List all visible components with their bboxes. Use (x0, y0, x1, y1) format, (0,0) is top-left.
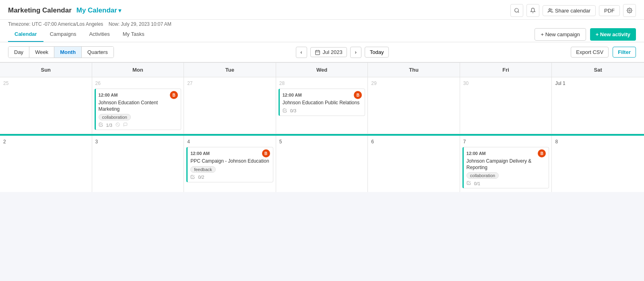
next-icon: › (355, 50, 357, 55)
nav-tabs: Calendar Campaigns Activities My Tasks +… (0, 27, 644, 42)
today-label: Today (370, 49, 384, 55)
tab-campaigns[interactable]: Campaigns (43, 27, 83, 42)
timezone-text: Timezone: UTC -07:00 America/Los Angeles (8, 21, 103, 27)
week-2-container: 2 3 4 12:00 AM B PPC Campaign - Johnson … (0, 134, 644, 192)
month-view-button[interactable]: Month (54, 47, 82, 58)
day-number: 2 (0, 138, 92, 146)
share-calendar-label: Share calendar (555, 8, 590, 14)
bell-icon (530, 8, 536, 13)
task-check-icon (466, 181, 471, 186)
dropdown-indicator[interactable]: ▾ (118, 7, 121, 14)
new-activity-label: + New activity (596, 31, 630, 37)
day-jul1: Jul 1 (552, 77, 644, 134)
current-month-display: Jul 2023 (310, 47, 347, 57)
calendar-grid: Sun Mon Tue Wed Thu Fri Sat 25 26 12:00 … (0, 62, 644, 192)
svg-point-3 (629, 10, 630, 11)
week-label: Week (35, 49, 48, 55)
day-25: 25 (0, 77, 92, 134)
day-5: 5 (276, 136, 368, 192)
event-title: Johnson Campaign Delivery & Reporting (466, 158, 546, 171)
avatar: B (354, 91, 362, 99)
day-view-button[interactable]: Day (8, 47, 29, 58)
calendar-header: Sun Mon Tue Wed Thu Fri Sat (0, 63, 644, 77)
view-switcher: Day Week Month Quarters (8, 46, 114, 58)
svg-point-0 (515, 8, 518, 12)
prev-icon: ‹ (301, 50, 302, 55)
share-icon (548, 8, 553, 13)
month-year-label: Jul 2023 (323, 49, 343, 55)
event-time-text: 12:00 AM (466, 151, 486, 156)
subtitle-bar: Timezone: UTC -07:00 America/Los Angeles… (0, 20, 644, 27)
event-card[interactable]: 12:00 AM B Johnson Campaign Delivery & R… (462, 147, 549, 188)
event-tag: collaboration (99, 114, 131, 120)
header-fri: Fri (460, 63, 552, 77)
settings-button[interactable] (623, 4, 636, 17)
quarters-label: Quarters (87, 49, 108, 55)
event-card[interactable]: 12:00 AM B Johnson Education Public Rela… (279, 89, 365, 116)
month-nav: ‹ Jul 2023 › Today (296, 47, 389, 58)
header-tue: Tue (184, 63, 276, 77)
svg-line-9 (116, 123, 119, 126)
new-campaign-button[interactable]: + New campaign (535, 28, 586, 41)
week-1: 25 26 12:00 AM B Johnson Education Conte… (0, 77, 644, 134)
day-number: 27 (184, 80, 276, 88)
event-time: 12:00 AM B (283, 91, 362, 99)
event-title: PPC Campaign - Johnson Education (190, 158, 270, 165)
day-label: Day (14, 49, 23, 55)
bell-button[interactable] (526, 4, 539, 17)
event-footer: 0/2 (190, 175, 270, 180)
search-icon (514, 8, 520, 13)
day-2: 2 (0, 136, 92, 192)
header-sat: Sat (552, 63, 644, 77)
event-card[interactable]: 12:00 AM B PPC Campaign - Johnson Educat… (186, 147, 273, 182)
day-27: 27 (184, 77, 276, 134)
event-time-text: 12:00 AM (99, 93, 118, 97)
quarters-view-button[interactable]: Quarters (82, 47, 114, 58)
day-number: 8 (552, 138, 644, 146)
day-6: 6 (368, 136, 460, 192)
tab-calendar[interactable]: Calendar (8, 27, 43, 42)
today-button[interactable]: Today (365, 47, 389, 58)
task-count: 0/1 (474, 181, 480, 186)
filter-button[interactable]: Filter (613, 47, 636, 58)
day-number: 25 (0, 80, 92, 88)
event-footer: 0/1 (466, 181, 546, 186)
task-count: 0/3 (290, 108, 296, 113)
calendar-icon (315, 50, 320, 55)
now-text: Now: July 29, 2023 10:07 AM (109, 21, 171, 27)
toolbar-right: Export CSV Filter (571, 47, 636, 58)
prev-month-button[interactable]: ‹ (296, 47, 307, 58)
event-time-text: 12:00 AM (283, 93, 302, 97)
app-title: Marketing Calendar (8, 6, 72, 14)
month-label: Month (60, 49, 76, 55)
event-tag: feedback (190, 166, 216, 173)
day-8: 8 (552, 136, 644, 192)
task-check-icon (99, 122, 103, 128)
header-thu: Thu (368, 63, 460, 77)
day-number: 3 (92, 138, 184, 146)
chat-icon (123, 122, 128, 128)
avatar: B (538, 149, 546, 157)
day-number: 5 (276, 138, 368, 146)
share-calendar-button[interactable]: Share calendar (543, 5, 596, 16)
day-number: 28 (276, 80, 368, 88)
export-csv-button[interactable]: Export CSV (571, 47, 609, 58)
pdf-button[interactable]: PDF (599, 5, 620, 16)
header-wed: Wed (276, 63, 368, 77)
event-time-text: 12:00 AM (190, 151, 210, 156)
day-number: 29 (368, 80, 460, 88)
next-month-button[interactable]: › (350, 47, 361, 58)
new-activity-button[interactable]: + New activity (590, 28, 636, 41)
week-view-button[interactable]: Week (29, 47, 54, 58)
event-footer: 0/3 (283, 108, 362, 114)
top-bar-right: Share calendar PDF (510, 4, 636, 17)
tab-activities[interactable]: Activities (83, 27, 116, 42)
svg-point-2 (549, 8, 551, 10)
top-bar: Marketing Calendar My Calendar ▾ Share c… (0, 0, 644, 20)
day-number: 30 (460, 80, 552, 88)
tab-my-tasks[interactable]: My Tasks (116, 27, 151, 42)
event-card[interactable]: 12:00 AM B Johnson Education Content Mar… (95, 89, 182, 130)
svg-rect-4 (315, 50, 320, 54)
day-28: 28 12:00 AM B Johnson Education Public R… (276, 77, 368, 134)
search-button[interactable] (510, 4, 523, 17)
